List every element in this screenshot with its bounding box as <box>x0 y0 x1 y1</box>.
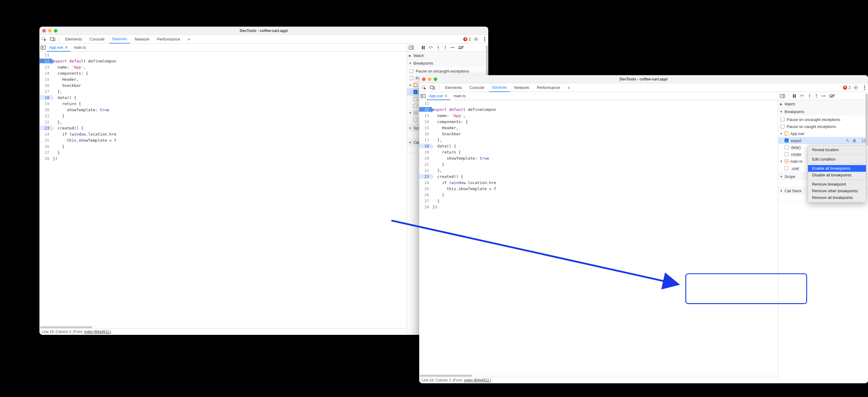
minimize-dot[interactable] <box>428 77 431 81</box>
gear-icon[interactable] <box>472 36 479 42</box>
menu-edit-condition[interactable]: Edit condition <box>808 156 866 162</box>
error-badge[interactable]: ✕ 2 <box>843 85 850 90</box>
code-line[interactable]: 18 data() { <box>39 94 407 100</box>
close-dot[interactable] <box>422 77 425 81</box>
navigator-toggle-icon[interactable] <box>40 46 46 49</box>
gear-icon[interactable] <box>852 84 860 91</box>
code-line[interactable]: 22 }, <box>419 167 778 173</box>
close-dot[interactable] <box>42 29 46 32</box>
code-line[interactable]: 17 }, <box>419 137 778 143</box>
breakpoint-checkbox[interactable] <box>784 145 788 149</box>
menu-disable-all-breakpoints[interactable]: Disable all breakpoints <box>808 172 866 178</box>
code-line[interactable]: 23 created() { <box>39 124 407 131</box>
pause-icon[interactable] <box>422 46 425 49</box>
step-over-icon[interactable] <box>799 94 804 98</box>
editor-horizontal-scrollbar[interactable] <box>39 325 407 329</box>
pause-caught-toggle[interactable]: Pause on caught exceptions <box>778 123 868 130</box>
step-into-icon[interactable] <box>807 93 811 98</box>
code-line[interactable]: 26 } <box>419 191 778 197</box>
code-line[interactable]: 19 return { <box>39 100 407 106</box>
kebab-icon[interactable] <box>861 84 868 91</box>
code-line[interactable]: 11 <box>39 52 407 58</box>
device-toggle-icon[interactable] <box>49 36 56 42</box>
pencil-icon[interactable]: ✎ <box>845 138 850 143</box>
tab-sources[interactable]: Sources <box>489 84 510 92</box>
sidebar-scrollbar[interactable] <box>866 93 868 383</box>
breakpoint-checkbox[interactable] <box>413 97 417 101</box>
status-source-link[interactable]: index-8bfa4912.j <box>84 330 111 334</box>
kebab-icon[interactable] <box>482 36 488 42</box>
menu-enable-all-breakpoints[interactable]: Enable all breakpoints <box>808 165 866 172</box>
debugger-toggle-icon[interactable] <box>780 94 785 98</box>
breakpoint-checkbox[interactable] <box>413 118 417 122</box>
close-icon[interactable]: ✕ <box>444 93 447 98</box>
deactivate-breakpoints-icon[interactable] <box>829 94 835 98</box>
breakpoint-item[interactable]: export ✎ 🗑 12 <box>778 137 868 144</box>
code-line[interactable]: 11 <box>419 100 778 106</box>
code-line[interactable]: 17 }, <box>39 88 407 94</box>
breakpoints-header[interactable]: ▼Breakpoints <box>778 108 868 115</box>
menu-remove-all-breakpoints[interactable]: Remove all breakpoints <box>808 194 866 201</box>
code-line[interactable]: 21 } <box>39 112 407 118</box>
menu-remove-breakpoint[interactable]: Remove breakpoint <box>808 181 866 188</box>
code-line[interactable]: 13 name: 'App', <box>39 64 407 70</box>
code-editor[interactable]: 1112export default defineCompon13 name: … <box>39 52 407 328</box>
menu-reveal-location[interactable]: Reveal location <box>808 146 866 153</box>
step-over-icon[interactable] <box>428 46 433 49</box>
deactivate-breakpoints-icon[interactable] <box>458 46 464 49</box>
step-out-icon[interactable] <box>443 45 447 50</box>
trash-icon[interactable]: 🗑 <box>852 138 857 143</box>
code-line[interactable]: 25 this.showTemplate = f <box>39 137 407 143</box>
code-line[interactable]: 25 this.showTemplate = f <box>419 185 778 191</box>
code-line[interactable]: 16 Snackbar <box>419 131 778 137</box>
code-line[interactable]: 24 if (window.location.hre <box>39 131 407 137</box>
breakpoint-checkbox[interactable] <box>784 152 788 156</box>
file-tab-app-vue[interactable]: App.vue ✕ <box>47 44 70 52</box>
minimize-dot[interactable] <box>48 29 52 32</box>
code-line[interactable]: 27 } <box>39 149 407 155</box>
menu-remove-other-breakpoints[interactable]: Remove other breakpoints <box>808 188 866 194</box>
code-line[interactable]: 14 components: { <box>39 70 407 76</box>
code-line[interactable]: 15 Header, <box>39 76 407 82</box>
code-line[interactable]: 24 if (window.location.hre <box>419 179 778 185</box>
code-line[interactable]: 21 } <box>419 161 778 167</box>
zoom-dot[interactable] <box>54 29 57 32</box>
inspect-icon[interactable] <box>421 84 428 91</box>
code-line[interactable]: 15 Header, <box>419 124 778 131</box>
code-line[interactable]: 22 }, <box>39 118 407 124</box>
tab-sources[interactable]: Sources <box>109 35 130 44</box>
code-line[interactable]: 14 components: { <box>419 118 778 124</box>
code-line[interactable]: 12export default defineCompon <box>419 106 778 112</box>
code-line[interactable]: 28}) <box>39 155 407 161</box>
breakpoint-checkbox[interactable] <box>784 166 788 170</box>
debugger-toggle-icon[interactable] <box>409 46 414 49</box>
step-icon[interactable] <box>822 94 827 98</box>
tab-network[interactable]: Network <box>512 83 532 92</box>
file-tab-main-ts[interactable]: main.ts <box>71 44 88 52</box>
tab-performance[interactable]: Performance <box>534 83 563 92</box>
step-into-icon[interactable] <box>436 45 440 50</box>
status-source-link[interactable]: index-8bfa4912.j <box>464 378 491 382</box>
breakpoints-header[interactable]: ▼Breakpoints <box>407 59 488 67</box>
error-badge[interactable]: ✕ 2 <box>463 36 471 41</box>
watch-header[interactable]: ▶Watch <box>407 52 488 59</box>
breakpoint-checkbox[interactable] <box>413 104 417 108</box>
tab-console[interactable]: Console <box>87 35 107 43</box>
code-line[interactable]: 18 data() { <box>419 143 778 149</box>
device-toggle-icon[interactable] <box>429 84 436 91</box>
navigator-toggle-icon[interactable] <box>421 94 426 98</box>
step-icon[interactable] <box>450 46 456 49</box>
pause-uncaught-toggle[interactable]: Pause on uncaught exceptions <box>778 116 868 123</box>
code-line[interactable]: 12export default defineCompon <box>39 58 407 64</box>
step-out-icon[interactable] <box>814 93 818 98</box>
code-line[interactable]: 26 } <box>39 143 407 149</box>
file-tab-app-vue[interactable]: App.vue ✕ <box>427 92 450 100</box>
close-icon[interactable]: ✕ <box>65 45 68 49</box>
tab-network[interactable]: Network <box>131 35 152 43</box>
editor-horizontal-scrollbar[interactable] <box>419 374 778 377</box>
breakpoint-checkbox[interactable] <box>784 138 788 142</box>
watch-header[interactable]: ▶Watch <box>778 100 868 108</box>
inspect-icon[interactable] <box>40 36 48 42</box>
tab-elements[interactable]: Elements <box>442 83 465 92</box>
code-line[interactable]: 16 Snackbar <box>39 82 407 88</box>
